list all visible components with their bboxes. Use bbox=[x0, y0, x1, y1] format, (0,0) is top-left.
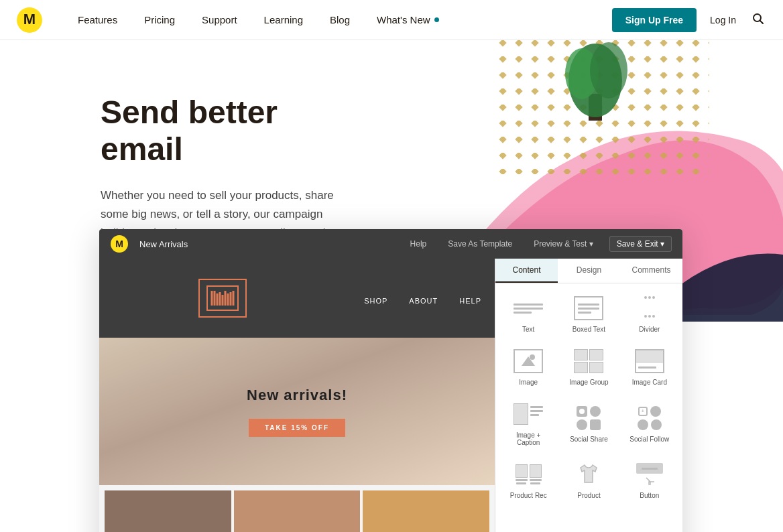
search-button[interactable] bbox=[749, 10, 767, 29]
social-follow-icon: + bbox=[632, 405, 667, 431]
mockup-campaign-name: New Arrivals bbox=[139, 239, 188, 249]
svg-point-7 bbox=[568, 44, 622, 117]
block-product[interactable]: Product bbox=[558, 452, 619, 505]
text-icon bbox=[511, 295, 546, 322]
email-builder-mockup: M New Arrivals Help Save As Template Pre… bbox=[99, 229, 682, 532]
email-nav-about: ABOUT bbox=[409, 297, 438, 305]
new-indicator-dot bbox=[434, 17, 439, 22]
block-divider[interactable]: Divider bbox=[619, 286, 680, 339]
svg-text:M: M bbox=[23, 11, 36, 27]
email-hero-image: New arrivals! TAKE 15% OFF bbox=[99, 338, 495, 485]
email-cta-button[interactable]: TAKE 15% OFF bbox=[249, 419, 345, 437]
block-image[interactable]: Image bbox=[498, 339, 558, 392]
product-rec-icon bbox=[511, 461, 546, 488]
hero-title: Send better email bbox=[101, 94, 349, 168]
block-boxed-text[interactable]: Boxed Text bbox=[558, 286, 619, 339]
sidebar-panel: Content Design Comments bbox=[495, 259, 682, 532]
nav-links: Features Pricing Support Learning Blog W… bbox=[64, 14, 612, 25]
svg-rect-6 bbox=[589, 94, 602, 121]
nav-right-actions: Sign Up Free Log In bbox=[612, 8, 767, 32]
mockup-preview-button[interactable]: Preview & Test ▾ bbox=[528, 237, 598, 251]
svg-point-8 bbox=[565, 48, 599, 99]
block-product-label: Product bbox=[577, 492, 600, 499]
email-hero-overlay: New arrivals! TAKE 15% OFF bbox=[99, 338, 495, 485]
logo[interactable]: M bbox=[16, 7, 43, 34]
mockup-body: SHOP ABOUT HELP New arrivals! TAKE 15% O… bbox=[99, 259, 682, 532]
search-icon bbox=[752, 13, 764, 25]
image-group-icon bbox=[571, 348, 606, 375]
product-icon bbox=[571, 461, 606, 488]
block-image-caption[interactable]: Image + Caption bbox=[498, 392, 558, 452]
divider-icon bbox=[632, 295, 667, 322]
block-image-card-label: Image Card bbox=[632, 379, 667, 386]
block-text-label: Text bbox=[522, 326, 534, 333]
email-thumbnails bbox=[99, 485, 495, 532]
email-logo-icon bbox=[206, 285, 239, 311]
email-topbar: SHOP ABOUT HELP bbox=[99, 259, 495, 338]
mockup-help-button[interactable]: Help bbox=[405, 237, 432, 251]
button-icon bbox=[632, 461, 667, 488]
signup-button[interactable]: Sign Up Free bbox=[612, 8, 697, 32]
mockup-header: M New Arrivals Help Save As Template Pre… bbox=[99, 229, 682, 259]
block-image-caption-label: Image + Caption bbox=[504, 431, 552, 446]
plant-decoration bbox=[555, 40, 649, 121]
boxed-text-icon bbox=[571, 295, 606, 322]
tab-content[interactable]: Content bbox=[495, 259, 558, 283]
nav-learning[interactable]: Learning bbox=[251, 14, 316, 25]
nav-pricing[interactable]: Pricing bbox=[131, 14, 188, 25]
svg-rect-5 bbox=[495, 40, 709, 174]
block-button-label: Button bbox=[640, 492, 659, 499]
email-inner: SHOP ABOUT HELP New arrivals! TAKE 15% O… bbox=[99, 259, 495, 532]
nav-blog[interactable]: Blog bbox=[316, 14, 363, 25]
tab-comments[interactable]: Comments bbox=[620, 259, 682, 283]
block-boxed-text-label: Boxed Text bbox=[573, 326, 605, 333]
email-hero-headline: New arrivals! bbox=[247, 387, 347, 404]
nav-support[interactable]: Support bbox=[188, 14, 251, 25]
sidebar-tabs: Content Design Comments bbox=[495, 259, 682, 283]
email-thumb-3 bbox=[363, 490, 489, 532]
block-social-share-label: Social Share bbox=[570, 436, 608, 443]
login-link[interactable]: Log In bbox=[705, 15, 741, 25]
tab-design[interactable]: Design bbox=[558, 259, 620, 283]
block-product-rec-label: Product Rec bbox=[510, 492, 547, 499]
block-social-follow[interactable]: + Social Follow bbox=[619, 392, 680, 452]
email-nav-shop: SHOP bbox=[364, 297, 387, 305]
nav-whats-new[interactable]: What's New bbox=[363, 14, 453, 25]
svg-line-3 bbox=[760, 21, 763, 23]
email-thumb-1 bbox=[105, 490, 231, 532]
diamond-pattern bbox=[495, 40, 709, 174]
nav-features[interactable]: Features bbox=[64, 14, 131, 25]
content-blocks-grid: Text Boxed Text bbox=[495, 283, 682, 508]
navigation: M Features Pricing Support Learning Blog… bbox=[0, 0, 783, 40]
product-tshirt-icon bbox=[577, 462, 601, 486]
image-card-icon bbox=[632, 348, 667, 375]
mockup-logo: M bbox=[110, 235, 129, 253]
email-logo-box bbox=[198, 279, 247, 318]
block-social-follow-label: Social Follow bbox=[629, 436, 669, 443]
image-caption-icon bbox=[511, 401, 546, 427]
block-image-group-label: Image Group bbox=[569, 379, 608, 386]
block-image-label: Image bbox=[519, 379, 538, 386]
block-text[interactable]: Text bbox=[498, 286, 558, 339]
email-thumb-2 bbox=[234, 490, 361, 532]
image-icon bbox=[511, 348, 546, 375]
mockup-save-template-button[interactable]: Save As Template bbox=[442, 237, 518, 251]
svg-point-9 bbox=[590, 42, 627, 98]
block-image-group[interactable]: Image Group bbox=[558, 339, 619, 392]
mockup-save-exit-button[interactable]: Save & Exit ▾ bbox=[609, 236, 672, 252]
email-nav-help: HELP bbox=[459, 297, 481, 305]
hero-section: Send better email Whether you need to se… bbox=[0, 40, 783, 532]
block-product-rec[interactable]: Product Rec bbox=[498, 452, 558, 505]
block-divider-label: Divider bbox=[639, 326, 660, 333]
email-canvas: SHOP ABOUT HELP New arrivals! TAKE 15% O… bbox=[99, 259, 495, 532]
block-button[interactable]: Button bbox=[619, 452, 680, 505]
block-image-card[interactable]: Image Card bbox=[619, 339, 680, 392]
svg-text:M: M bbox=[115, 239, 123, 249]
block-social-share[interactable]: Social Share bbox=[558, 392, 619, 452]
social-share-icon bbox=[571, 405, 606, 431]
